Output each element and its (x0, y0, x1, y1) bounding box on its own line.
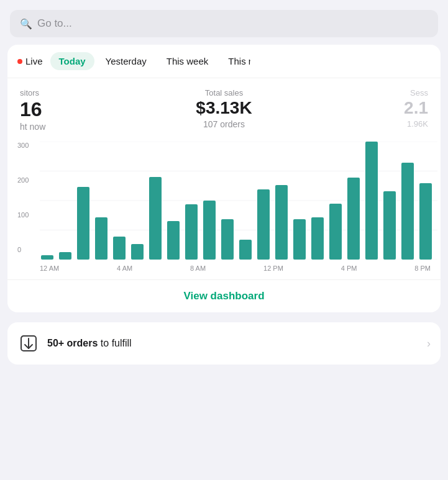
svg-rect-9 (113, 237, 126, 260)
orders-text: 50+ orders to fulfill (47, 338, 419, 349)
svg-rect-24 (383, 191, 396, 260)
sessions-label: Sess (311, 88, 428, 97)
svg-rect-6 (59, 252, 71, 260)
svg-rect-13 (185, 204, 198, 260)
x-label-4am: 4 AM (117, 265, 132, 272)
x-label-8am: 8 AM (190, 265, 206, 272)
x-label-4pm: 4 PM (341, 265, 357, 272)
tab-this-week[interactable]: This week (158, 52, 217, 70)
main-card: Live Today Yesterday This week This m si… (7, 45, 441, 312)
stats-row: sitors 16 ht now Total sales $3.13K 107 … (7, 78, 441, 137)
chevron-right-icon: › (427, 337, 431, 350)
search-box[interactable]: 🔍 Go to... (10, 10, 438, 37)
live-label: Live (25, 56, 43, 66)
svg-rect-23 (365, 142, 378, 260)
visitors-label: sitors (20, 88, 137, 97)
visitors-sub: ht now (20, 122, 137, 132)
orders-card[interactable]: 50+ orders to fulfill › (7, 322, 441, 365)
svg-rect-12 (167, 221, 180, 260)
svg-rect-20 (311, 217, 324, 260)
chart-x-labels: 12 AM 4 AM 8 AM 12 PM 4 PM 8 PM (40, 262, 431, 279)
tab-yesterday[interactable]: Yesterday (97, 52, 155, 70)
chart-area: 300 200 100 0 (7, 137, 441, 279)
chart-svg-container (40, 142, 431, 262)
chart-y-labels: 300 200 100 0 (17, 142, 29, 253)
orders-rest: to fulfill (98, 338, 131, 348)
sessions-stat: Sess 2.1 1.96K (311, 88, 428, 129)
visitors-stat: sitors 16 ht now (20, 88, 137, 132)
svg-rect-8 (95, 217, 107, 260)
tabs-row: Live Today Yesterday This week This m (7, 45, 441, 78)
y-label-0: 0 (17, 246, 29, 253)
svg-rect-7 (77, 187, 89, 260)
svg-rect-26 (419, 183, 432, 260)
y-label-200: 200 (17, 176, 29, 184)
svg-rect-19 (293, 219, 306, 260)
tab-this-month[interactable]: This m (219, 52, 250, 70)
y-label-100: 100 (17, 211, 29, 219)
live-indicator: Live (17, 56, 43, 66)
view-dashboard-button[interactable]: View dashboard (7, 279, 441, 312)
x-label-8pm: 8 PM (414, 265, 431, 272)
sessions-sub: 1.96K (311, 119, 428, 129)
svg-rect-10 (131, 244, 144, 260)
orders-bold: 50+ orders (47, 338, 98, 348)
tab-today[interactable]: Today (50, 52, 94, 70)
y-label-300: 300 (17, 142, 29, 149)
svg-rect-14 (203, 201, 216, 260)
svg-rect-18 (275, 185, 288, 260)
total-sales-label: Total sales (137, 88, 312, 97)
orders-icon (19, 333, 39, 353)
visitors-value: 16 (20, 99, 137, 120)
x-label-12pm: 12 PM (263, 265, 283, 272)
total-sales-stat: Total sales $3.13K 107 orders (137, 88, 312, 129)
chart-svg (40, 142, 437, 260)
svg-rect-5 (41, 255, 53, 260)
orders-sub: 107 orders (137, 119, 312, 129)
search-placeholder: Go to... (37, 17, 72, 30)
search-icon: 🔍 (20, 18, 32, 30)
sessions-value: 2.1 (311, 99, 428, 118)
svg-rect-25 (401, 163, 414, 260)
top-bar: 🔍 Go to... (0, 0, 448, 45)
live-dot (17, 59, 22, 64)
svg-rect-17 (257, 189, 270, 260)
orders-icon-box (17, 332, 40, 355)
svg-rect-21 (329, 204, 342, 260)
svg-rect-22 (347, 178, 360, 260)
svg-rect-11 (149, 177, 162, 260)
total-sales-value: $3.13K (137, 99, 312, 118)
svg-rect-15 (221, 219, 234, 260)
x-label-12am: 12 AM (40, 265, 59, 272)
svg-rect-16 (239, 240, 252, 260)
